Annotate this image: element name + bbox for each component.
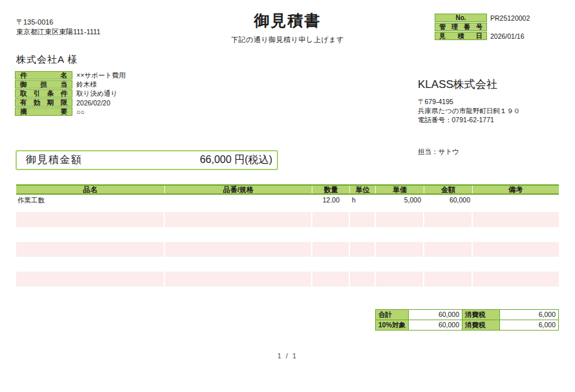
info-value-expiry: 2026/02/20 [76,99,111,107]
meta-value-estimate-date: 2026/01/16 [490,32,525,40]
item-amount-cell: 60,000 [424,195,473,212]
info-value-remarks: ○○ [76,108,85,116]
doc-meta-table: No. PR25120002 管理番号 見積日 2026/01/16 [435,14,530,41]
info-row-subject: 件名 ××サポート費用 [15,71,125,80]
estimate-amount-value: 66,000 円(税込) [200,153,272,167]
meta-row-no: No. PR25120002 [435,14,530,22]
header-unit-price: 単価 [376,186,424,193]
info-row-contact: 御担当 鈴木様 [15,80,125,89]
estimate-amount-box: 御見積金額 66,000 円(税込) [16,150,278,170]
summary-10pct-tax-value: 6,000 [499,320,559,331]
header-unit: 単位 [350,186,376,193]
issuer-contact-person: 担当：サトウ [418,147,459,157]
item-spec-cell [165,195,312,212]
page-indicator: 1 / 1 [0,352,575,360]
info-value-contact: 鈴木様 [76,80,97,89]
info-label-subject: 件名 [15,71,72,80]
issuer-block: KLASS株式会社 〒679-4195 兵庫県たつの市龍野町日飼１９０ 電話番号… [418,77,520,124]
header-item-name: 品名 [16,186,165,193]
header-remarks: 備考 [473,186,559,193]
meta-label-estimate-date: 見積日 [435,32,487,40]
estimate-amount-label: 御見積金額 [26,153,83,167]
table-row-empty [16,257,559,272]
issuer-address: 兵庫県たつの市龍野町日飼１９０ [418,106,520,115]
header-amount: 金額 [424,186,473,193]
header-item-spec: 品番/規格 [165,186,312,193]
summary-row-total: 合計 60,000 消費税 6,000 [375,309,559,320]
items-table-header: 品名 品番/規格 数量 単位 単価 金額 備考 [16,184,559,195]
meta-row-estimate-date: 見積日 2026/01/16 [435,32,530,40]
items-table: 品名 品番/規格 数量 単位 単価 金額 備考 作業工数 12.00 h 5,0… [16,184,559,301]
summary-10pct-label: 10%対象 [375,320,409,331]
meta-label-control-number: 管理番号 [435,23,487,31]
item-note-cell [473,195,559,212]
item-price-cell: 5,000 [376,195,424,212]
item-qty-cell: 12.00 [312,195,350,212]
summary-table: 合計 60,000 消費税 6,000 10%対象 60,000 消費税 6,0… [375,309,559,331]
table-row-empty [16,212,559,227]
info-row-remarks: 摘要 ○○ [15,107,125,116]
table-row-empty [16,242,559,257]
summary-total-value: 60,000 [408,309,462,320]
info-label-remarks: 摘要 [15,107,72,116]
meta-label-no: No. [435,14,487,22]
meta-row-control-number: 管理番号 [435,23,530,31]
estimate-info-table: 件名 ××サポート費用 御担当 鈴木様 取引条件 取り決め通り 有効期限 202… [15,71,125,116]
item-name-cell: 作業工数 [16,195,165,212]
meta-value-no: PR25120002 [490,14,530,22]
summary-10pct-value: 60,000 [408,320,462,331]
info-value-subject: ××サポート費用 [76,71,125,80]
issuer-postal: 〒679-4195 [418,97,520,106]
table-row-empty [16,227,559,242]
info-label-contact: 御担当 [15,80,72,89]
info-label-terms: 取引条件 [15,89,72,98]
table-row-empty [16,272,559,287]
item-unit-cell: h [350,195,376,212]
info-row-terms: 取引条件 取り決め通り [15,89,125,98]
summary-row-10pct: 10%対象 60,000 消費税 6,000 [375,320,559,331]
issuer-phone: 電話番号：0791-62-1771 [418,115,520,124]
header-quantity: 数量 [312,186,350,193]
summary-10pct-tax-label: 消費税 [462,320,500,331]
info-value-terms: 取り決め通り [76,89,118,98]
summary-tax-label: 消費税 [462,309,500,320]
table-row: 作業工数 12.00 h 5,000 60,000 [16,195,559,212]
estimate-document: 〒135-0016 東京都江東区東陽111-1111 御見積書 下記の通り御見積… [0,0,575,392]
table-row-empty [16,287,559,301]
summary-total-label: 合計 [375,309,409,320]
issuer-company-name: KLASS株式会社 [418,77,520,92]
summary-tax-value: 6,000 [499,309,559,320]
info-row-expiry: 有効期限 2026/02/20 [15,98,125,107]
info-label-expiry: 有効期限 [15,98,72,107]
recipient-name: 株式会社A 様 [16,54,78,66]
